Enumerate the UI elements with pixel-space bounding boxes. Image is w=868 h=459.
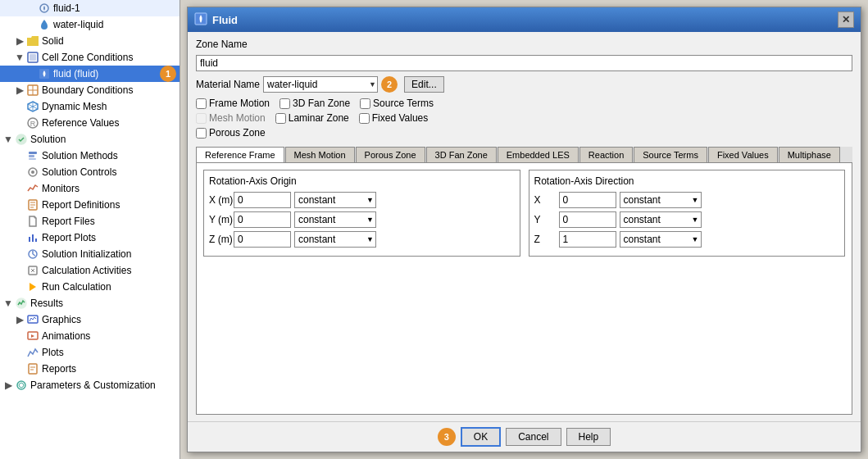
ok-button[interactable]: OK (461, 427, 501, 447)
sidebar-item-boundary-conditions[interactable]: ▶ Boundary Conditions (0, 82, 180, 98)
cancel-button[interactable]: Cancel (506, 428, 561, 446)
direction-x-select[interactable]: constant (620, 192, 702, 208)
params-icon (15, 379, 28, 392)
direction-y-select[interactable]: constant (620, 211, 702, 228)
svg-text:R: R (30, 120, 36, 128)
sidebar: fluid-1 water-liquid ▶ Solid ▼ Cell Zone… (0, 0, 180, 459)
dialog-close-button[interactable]: ✕ (838, 11, 854, 28)
origin-x-select-wrap: constant ▼ (294, 192, 376, 208)
sidebar-item-dynamic-mesh[interactable]: Dynamic Mesh (0, 98, 180, 115)
spacer-icon (15, 266, 25, 275)
tab-mesh-motion[interactable]: Mesh Motion (285, 147, 355, 162)
sidebar-item-fluid-fluid[interactable]: fluid (fluid) 1 (0, 66, 180, 82)
porous-zone-checkbox[interactable] (196, 128, 207, 139)
sidebar-item-solid[interactable]: ▶ Solid (0, 33, 180, 49)
tab-reference-frame[interactable]: Reference Frame (196, 147, 284, 163)
sidebar-item-label: Run Calculation (42, 281, 111, 293)
direction-y-input[interactable] (559, 211, 616, 228)
source-terms-checkbox-label[interactable]: Source Terms (360, 98, 434, 109)
fluid-blue-icon (38, 67, 51, 80)
svg-marker-32 (30, 283, 36, 291)
origin-y-select[interactable]: constant (294, 211, 376, 228)
tab-source-terms[interactable]: Source Terms (634, 147, 707, 162)
sidebar-item-report-definitions[interactable]: Report Definitions (0, 197, 180, 213)
sidebar-item-label: Plots (42, 347, 64, 358)
sidebar-item-water-liquid[interactable]: water-liquid (0, 16, 180, 33)
laminar-zone-checkbox-label[interactable]: Laminar Zone (275, 112, 349, 124)
chevron-down-icon: ▼ (3, 298, 13, 308)
sidebar-item-solution-initialization[interactable]: Solution Initialization (0, 246, 180, 262)
sidebar-item-fluid-1[interactable]: fluid-1 (0, 0, 180, 16)
tab-fixed-values[interactable]: Fixed Values (708, 147, 778, 162)
report-plot-icon (26, 231, 39, 244)
zone-name-input[interactable] (196, 55, 852, 71)
source-terms-checkbox[interactable] (360, 98, 370, 109)
origin-x-input[interactable] (234, 192, 291, 208)
direction-z-input[interactable] (559, 231, 616, 248)
laminar-zone-label: Laminar Zone (289, 112, 349, 124)
origin-z-select[interactable]: constant (294, 231, 376, 248)
origin-z-input[interactable] (234, 231, 291, 248)
dialog-footer: 3 OK Cancel Help (188, 421, 861, 452)
fixed-values-checkbox-label[interactable]: Fixed Values (359, 112, 428, 124)
spacer-icon (15, 118, 25, 128)
origin-x-label: X (m) (209, 194, 234, 206)
edit-button[interactable]: Edit... (404, 76, 444, 93)
mesh-motion-checkbox[interactable] (196, 113, 207, 124)
mesh-motion-checkbox-label[interactable]: Mesh Motion (196, 112, 266, 124)
checkboxes-row-3: Porous Zone (196, 127, 852, 139)
frame-motion-checkbox[interactable] (196, 98, 207, 109)
origin-y-input[interactable] (234, 211, 291, 228)
frame-motion-checkbox-label[interactable]: Frame Motion (196, 98, 270, 109)
direction-x-input[interactable] (559, 192, 616, 208)
svg-point-18 (31, 170, 34, 174)
tab-3d-fan-zone[interactable]: 3D Fan Zone (426, 147, 497, 162)
porous-zone-checkbox-label[interactable]: Porous Zone (196, 127, 266, 139)
spacer-icon (26, 69, 36, 79)
report-file-icon (26, 215, 39, 228)
tab-multiphase[interactable]: Multiphase (779, 147, 840, 162)
direction-z-label: Z (534, 234, 559, 245)
rotation-panels: Rotation-Axis Origin X (m) constant ▼ (203, 170, 845, 257)
spacer-icon (15, 249, 25, 259)
material-select-wrap: water-liquid ▼ (263, 76, 378, 93)
fixed-values-checkbox[interactable] (359, 113, 370, 124)
sidebar-item-graphics[interactable]: ▶ Graphics (0, 311, 180, 328)
sidebar-item-solution-methods[interactable]: Solution Methods (0, 148, 180, 164)
sidebar-item-calculation-activities[interactable]: Calculation Activities (0, 262, 180, 279)
origin-x-select[interactable]: constant (294, 192, 376, 208)
3d-fan-zone-checkbox[interactable] (279, 98, 290, 109)
sidebar-item-run-calculation[interactable]: Run Calculation (0, 279, 180, 295)
sidebar-item-reports[interactable]: Reports (0, 361, 180, 377)
sidebar-item-label: Results (30, 298, 63, 309)
sidebar-item-cell-zone-conditions[interactable]: ▼ Cell Zone Conditions (0, 49, 180, 66)
sidebar-item-plots[interactable]: Plots (0, 344, 180, 361)
svg-line-28 (33, 254, 35, 256)
sidebar-item-solution-controls[interactable]: Solution Controls (0, 164, 180, 180)
sidebar-item-results[interactable]: ▼ Results (0, 295, 180, 311)
help-button[interactable]: Help (566, 428, 611, 446)
3d-fan-zone-checkbox-label[interactable]: 3D Fan Zone (279, 98, 350, 109)
methods-icon (26, 149, 39, 162)
direction-z-select[interactable]: constant (620, 231, 702, 248)
mesh-icon (26, 100, 39, 113)
dialog-titlebar: Fluid ✕ (188, 7, 861, 32)
tab-embedded-les[interactable]: Embedded LES (498, 147, 579, 162)
sidebar-item-parameters-customization[interactable]: ▶ Parameters & Customization (0, 377, 180, 393)
tab-reaction[interactable]: Reaction (579, 147, 633, 162)
sidebar-item-label: fluid (fluid) (53, 68, 98, 80)
chevron-right-icon: ▶ (15, 85, 25, 95)
sidebar-item-label: Boundary Conditions (42, 84, 133, 96)
tab-porous-zone[interactable]: Porous Zone (356, 147, 425, 162)
sidebar-item-reference-values[interactable]: R Reference Values (0, 115, 180, 131)
sidebar-item-monitors[interactable]: Monitors (0, 180, 180, 197)
sidebar-item-animations[interactable]: Animations (0, 328, 180, 344)
sidebar-item-label: Calculation Activities (42, 265, 131, 276)
origin-y-label: Y (m) (209, 214, 234, 225)
sidebar-item-solution[interactable]: ▼ Solution (0, 131, 180, 148)
laminar-zone-checkbox[interactable] (275, 113, 286, 124)
material-name-select[interactable]: water-liquid (263, 76, 378, 93)
sidebar-item-report-files[interactable]: Report Files (0, 213, 180, 230)
direction-x-row: X constant ▼ (534, 192, 840, 208)
sidebar-item-report-plots[interactable]: Report Plots (0, 230, 180, 246)
